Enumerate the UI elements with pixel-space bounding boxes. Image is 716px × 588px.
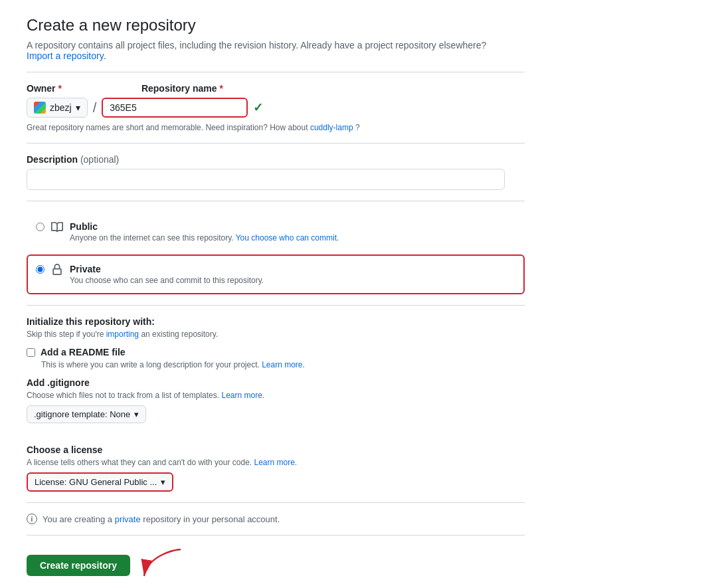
owner-dropdown[interactable]: zbezj ▾ <box>27 98 88 118</box>
owner-name: zbezj <box>50 102 72 113</box>
owner-avatar <box>34 102 46 114</box>
private-content: Private You choose who can see and commi… <box>70 264 515 285</box>
page-subtitle: A repository contains all project files,… <box>27 40 525 61</box>
field-labels-row: Owner * Repository name * <box>27 83 525 94</box>
public-desc: Anyone on the internet can see this repo… <box>70 233 515 243</box>
importing-link[interactable]: importing <box>106 330 139 339</box>
readme-checkbox[interactable] <box>27 348 35 357</box>
create-repository-button[interactable]: Create repository <box>27 555 130 576</box>
private-option[interactable]: Private You choose who can see and commi… <box>27 254 525 294</box>
readme-learn-more-link[interactable]: Learn more. <box>262 360 305 369</box>
divider-bottom <box>27 535 525 536</box>
gitignore-dropdown-arrow: ▾ <box>134 409 139 419</box>
repo-name-label: Repository name * <box>141 83 223 94</box>
gitignore-dropdown[interactable]: .gitignore template: None ▾ <box>27 405 146 423</box>
public-content: Public Anyone on the internet can see th… <box>70 221 515 243</box>
private-title: Private <box>70 264 515 274</box>
private-icon <box>51 264 63 279</box>
divider-top <box>27 72 525 72</box>
divider-init <box>27 305 525 306</box>
init-subtitle: Skip this step if you're importing an ex… <box>27 330 525 339</box>
notice-private-link[interactable]: private <box>115 514 141 524</box>
description-label: Description (optional) <box>27 154 525 165</box>
license-dropdown[interactable]: License: GNU General Public ... ▾ <box>27 472 173 492</box>
notice-text: You are creating a private repository in… <box>43 514 280 524</box>
gitignore-label: Add .gitignore <box>27 377 525 388</box>
arrow-svg <box>141 546 187 583</box>
init-section: Initialize this repository with: Skip th… <box>27 316 525 492</box>
notice-box: i You are creating a private repository … <box>27 514 525 524</box>
gitignore-learn-more-link[interactable]: Learn more. <box>221 391 264 400</box>
private-radio[interactable] <box>36 265 45 274</box>
private-desc: You choose who can see and commit to thi… <box>70 276 515 285</box>
divider-visibility <box>27 201 525 201</box>
init-title: Initialize this repository with: <box>27 316 525 327</box>
description-section: Description (optional) <box>27 154 525 190</box>
readme-row: Add a README file <box>27 347 525 357</box>
readme-label: Add a README file <box>41 347 126 357</box>
gitignore-desc: Choose which files not to track from a l… <box>27 391 525 400</box>
visibility-group: Public Anyone on the internet can see th… <box>27 212 525 294</box>
public-option[interactable]: Public Anyone on the internet can see th… <box>27 212 525 252</box>
page-title: Create a new repository <box>27 16 525 35</box>
import-link[interactable]: Import a repository. <box>27 50 106 61</box>
public-radio[interactable] <box>36 223 45 231</box>
owner-label: Owner * <box>27 83 62 94</box>
description-input[interactable] <box>27 169 505 190</box>
divider-notice <box>27 502 525 503</box>
repo-name-hint: Great repository names are short and mem… <box>27 123 525 132</box>
submit-row: Create repository <box>27 546 525 585</box>
public-icon <box>51 221 63 237</box>
valid-checkmark-icon: ✓ <box>253 100 263 115</box>
license-dropdown-label: License: GNU General Public ... <box>35 477 157 487</box>
license-label: Choose a license <box>27 444 525 455</box>
slash-separator: / <box>93 100 97 116</box>
notice-icon: i <box>27 514 37 524</box>
public-commit-link[interactable]: You choose who can commit. <box>236 233 339 243</box>
arrow-indicator <box>141 546 187 585</box>
public-title: Public <box>70 221 515 232</box>
license-learn-more-link[interactable]: Learn more. <box>254 458 298 467</box>
license-dropdown-arrow: ▾ <box>161 477 165 487</box>
owner-repo-row: zbezj ▾ / ✓ <box>27 98 525 118</box>
gitignore-dropdown-label: .gitignore template: None <box>34 409 130 419</box>
repo-name-input[interactable] <box>102 98 248 118</box>
readme-desc: This is where you can write a long descr… <box>41 360 525 369</box>
suggestion-link[interactable]: cuddly-lamp <box>310 123 353 132</box>
license-desc: A license tells others what they can and… <box>27 458 525 467</box>
divider-description <box>27 143 525 144</box>
owner-dropdown-arrow: ▾ <box>76 102 80 113</box>
